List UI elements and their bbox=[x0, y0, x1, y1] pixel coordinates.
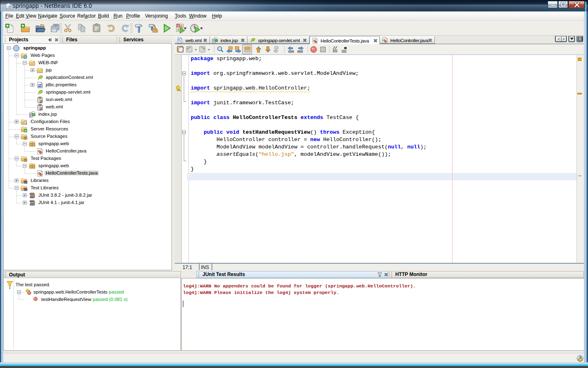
svg-text:3: 3 bbox=[177, 28, 179, 31]
